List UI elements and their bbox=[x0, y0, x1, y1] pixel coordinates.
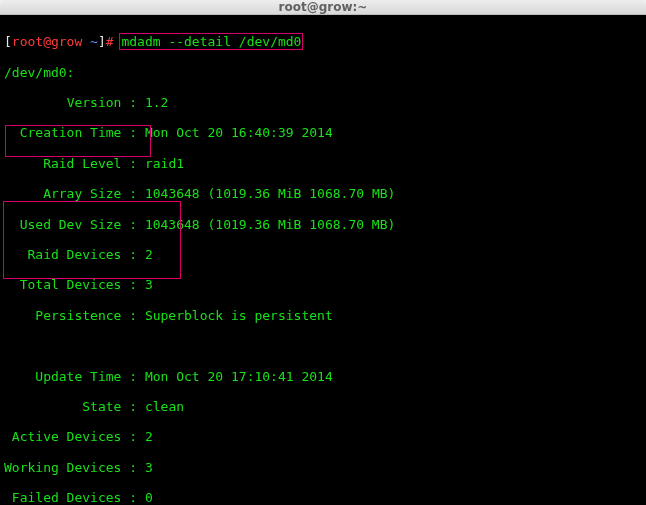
prompt-line-1: [root@grow ~]# mdadm --detail /dev/md0 bbox=[4, 34, 642, 49]
detail-raid-level: Raid Level : raid1 bbox=[4, 156, 642, 171]
detail-failed-devices: Failed Devices : 0 bbox=[4, 490, 642, 505]
command-text: mdadm --detail /dev/md0 bbox=[121, 34, 301, 49]
window-title: root@grow:~ bbox=[279, 0, 368, 14]
device-path: /dev/md0: bbox=[4, 65, 642, 80]
detail-state: State : clean bbox=[4, 399, 642, 414]
detail-version: Version : 1.2 bbox=[4, 95, 642, 110]
prompt-cwd: ~ bbox=[90, 34, 98, 49]
detail-persistence: Persistence : Superblock is persistent bbox=[4, 308, 642, 323]
terminal-window: root@grow:~ [root@grow ~]# mdadm --detai… bbox=[0, 0, 646, 505]
detail-used-dev-size: Used Dev Size : 1043648 (1019.36 MiB 106… bbox=[4, 217, 642, 232]
detail-creation-time: Creation Time : Mon Oct 20 16:40:39 2014 bbox=[4, 125, 642, 140]
window-titlebar[interactable]: root@grow:~ bbox=[0, 0, 646, 15]
detail-working-devices: Working Devices : 3 bbox=[4, 460, 642, 475]
detail-raid-devices: Raid Devices : 2 bbox=[4, 247, 642, 262]
prompt-userhost: root@grow bbox=[12, 34, 82, 49]
terminal-body[interactable]: [root@grow ~]# mdadm --detail /dev/md0 /… bbox=[0, 15, 646, 505]
detail-total-devices: Total Devices : 3 bbox=[4, 277, 642, 292]
highlight-state-block bbox=[3, 201, 181, 279]
detail-active-devices: Active Devices : 2 bbox=[4, 429, 642, 444]
detail-array-size: Array Size : 1043648 (1019.36 MiB 1068.7… bbox=[4, 186, 642, 201]
highlight-command: mdadm --detail /dev/md0 bbox=[119, 33, 303, 50]
detail-update-time: Update Time : Mon Oct 20 17:10:41 2014 bbox=[4, 369, 642, 384]
